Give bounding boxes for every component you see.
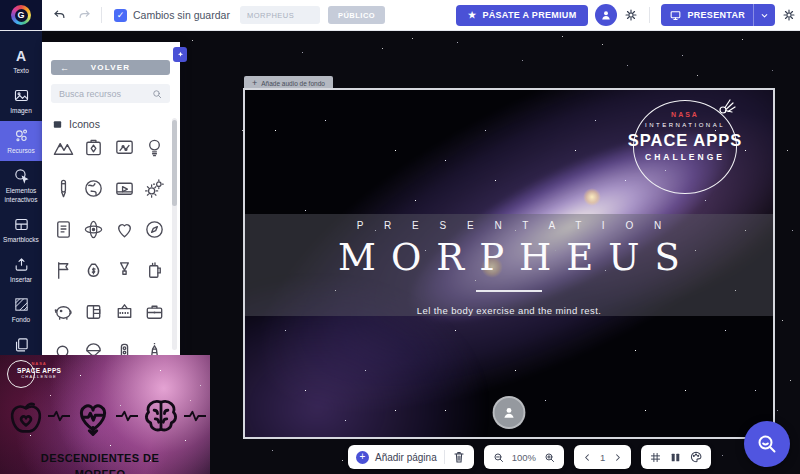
sidebar-item-fondo[interactable]: Fondo [0, 290, 42, 330]
thumbnail-caption: DESCENDIENTES DE MORFEO [0, 451, 200, 474]
star-icon: ★ [468, 10, 476, 20]
resource-icon-doc[interactable] [50, 216, 77, 243]
page-nav-group: 1 [574, 445, 631, 469]
visibility-badge[interactable]: PÚBLICO [328, 6, 385, 24]
next-page-button[interactable] [612, 452, 623, 463]
zoom-in-button[interactable] [543, 451, 556, 464]
preferences-gear-icon[interactable] [782, 8, 796, 22]
resource-icon-chart[interactable] [111, 134, 138, 161]
heart-pulse-icon [70, 393, 116, 439]
slide-person-avatar[interactable] [493, 396, 526, 429]
view-options-group [641, 445, 711, 469]
arrow-left-icon: ← [60, 63, 70, 73]
sidebar-item-recursos[interactable]: Recursos [0, 121, 42, 161]
genially-logo-icon: G [11, 5, 31, 25]
app-logo[interactable]: G [0, 0, 42, 30]
panel-pin-button[interactable] [173, 47, 187, 62]
logo-line1: INTERNATIONAL [619, 122, 751, 130]
category-icon [52, 119, 63, 130]
resource-icon-kit[interactable] [80, 134, 107, 161]
thumbnail-icon-row [4, 393, 206, 439]
sidebar-item-texto[interactable]: A Texto [0, 42, 42, 81]
present-dropdown-chevron-icon[interactable] [754, 10, 775, 21]
user-avatar[interactable] [595, 4, 617, 26]
back-button[interactable]: ← VOLVER [51, 60, 170, 75]
panel-scrollbar[interactable] [172, 118, 177, 350]
resources-panel: ← VOLVER Iconos [42, 42, 180, 356]
ekg-line-icon [48, 407, 70, 425]
resource-icon-heart[interactable] [111, 216, 138, 243]
topbar: G ✓ Cambios sin guardar PÚBLICO ★ PÁSATE… [0, 0, 800, 31]
resource-icon-case[interactable] [141, 298, 168, 325]
brain-icon [138, 393, 184, 439]
resource-icon-open[interactable] [111, 298, 138, 325]
resource-icon-pen[interactable] [50, 175, 77, 202]
premium-button[interactable]: ★ PÁSATE A PREMIUM [456, 5, 588, 26]
grid-view-icon[interactable] [649, 451, 662, 464]
ekg-line-icon [116, 407, 138, 425]
palette-icon[interactable] [689, 450, 703, 464]
slide-text-block[interactable]: P R E S E N T A T I O N MORPHEUS Lel the… [245, 220, 773, 316]
slide-starfield [245, 90, 246, 91]
add-page-button[interactable]: + Añadir página [356, 451, 437, 464]
bottom-toolbar: + Añadir página 100% 1 [348, 445, 711, 469]
zoom-out-button[interactable] [492, 451, 505, 464]
resource-icon-gears[interactable] [141, 175, 168, 202]
project-title-input[interactable] [240, 6, 320, 24]
prev-page-button[interactable] [582, 452, 593, 463]
zoom-level: 100% [512, 452, 536, 463]
redo-button[interactable] [72, 8, 97, 23]
unsaved-changes-label: Cambios sin guardar [133, 9, 230, 21]
search-icon[interactable] [151, 88, 170, 100]
resource-icon-compass[interactable] [141, 216, 168, 243]
resource-search [51, 84, 170, 103]
undo-button[interactable] [47, 8, 72, 23]
resource-icon-atom[interactable] [80, 216, 107, 243]
present-button[interactable]: PRESENTAR [661, 4, 775, 26]
resource-icon-medal[interactable] [111, 257, 138, 284]
page-actions-group: + Añadir página [348, 445, 474, 469]
slide-kicker[interactable]: P R E S E N T A T I O N [245, 220, 773, 231]
page-thumbnail[interactable]: NASA SPACE APPS CHALLENGE DESCENDIENTES … [0, 355, 210, 474]
delete-page-button[interactable] [452, 450, 466, 464]
help-search-button[interactable] [744, 421, 790, 467]
glow-star [583, 188, 601, 206]
section-header[interactable]: Iconos [52, 118, 100, 130]
scrollbar-thumb[interactable] [172, 120, 177, 206]
resource-icon-wallet[interactable] [80, 298, 107, 325]
sidebar-item-insertar[interactable]: Insertar [0, 250, 42, 290]
sidebar-item-elementos[interactable]: Elementos interactivos [0, 161, 42, 209]
sidebar-item-smartblocks[interactable]: Smartblocks [0, 210, 42, 250]
plus-icon: + [252, 79, 257, 88]
sidebar-item-imagen[interactable]: Imagen [0, 81, 42, 121]
slide-subtitle[interactable]: Lel the body exercise and the mind rest. [245, 305, 773, 316]
thumbnail-starfield [0, 355, 1, 356]
logo-line3: CHALLENGE [619, 152, 751, 163]
plus-icon: + [356, 451, 369, 464]
resource-icon-flag[interactable] [50, 257, 77, 284]
resource-icon-piggy[interactable] [50, 298, 77, 325]
resource-icon-mug[interactable] [141, 257, 168, 284]
autosave-check-icon: ✓ [114, 9, 127, 22]
section-title: Iconos [69, 118, 100, 130]
zoom-group: 100% [484, 445, 564, 469]
search-input[interactable] [51, 89, 151, 99]
resource-icon-bulb[interactable] [141, 134, 168, 161]
current-page-number: 1 [600, 452, 605, 463]
slide-title[interactable]: MORPHEUS [245, 236, 773, 279]
resource-icon-money[interactable] [80, 257, 107, 284]
slide[interactable]: P R E S E N T A T I O N MORPHEUS Lel the… [243, 88, 775, 439]
resource-icon-video[interactable] [111, 175, 138, 202]
nasa-spaceapps-logo[interactable]: NASA INTERNATIONAL SPACE APPS CHALLENGE [619, 98, 751, 198]
columns-view-icon[interactable] [669, 451, 682, 464]
logo-line2: SPACE APPS [619, 130, 751, 151]
monitor-icon [669, 9, 682, 22]
settings-gear-icon[interactable] [624, 8, 638, 22]
resource-icon-globe[interactable] [80, 175, 107, 202]
logo-brand: NASA [619, 111, 751, 120]
resource-icon-mountains[interactable] [50, 134, 77, 161]
divider [649, 7, 650, 23]
thumbnail-nasa-logo: NASA SPACE APPS CHALLENGE [7, 359, 67, 393]
title-divider [476, 290, 542, 292]
apple-heart-icon [4, 394, 48, 438]
